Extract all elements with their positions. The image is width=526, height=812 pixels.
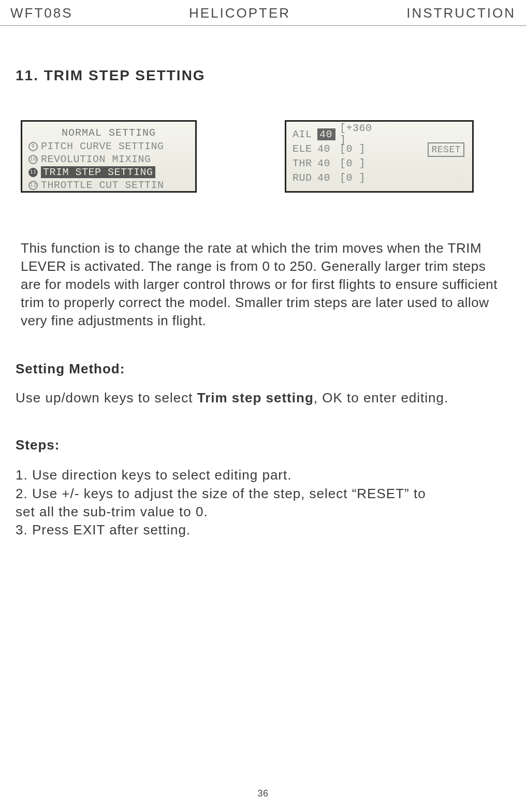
- setting-method-text: Use up/down keys to select Trim step set…: [16, 390, 510, 406]
- lcd-channel-value: 40: [317, 128, 335, 140]
- lcd-menu-title: NORMAL SETTING: [28, 127, 189, 139]
- lcd-menu-inner: NORMAL SETTING 9PITCH CURVE SETTING10REV…: [22, 122, 195, 191]
- step-line: 1. Use direction keys to select editing …: [16, 466, 510, 484]
- lcd-channel-bracket: [0 ]: [340, 157, 377, 169]
- lcd-menu-number-icon: 11: [28, 168, 38, 177]
- lcd-reset-button: RESET: [428, 142, 464, 157]
- lcd-menu-label: THROTTLE CUT SETTIN: [41, 179, 164, 191]
- steps-list: 1. Use direction keys to select editing …: [16, 466, 510, 539]
- lcd-channel-bracket: [0 ]: [340, 143, 377, 155]
- step-line: 2. Use +/- keys to adjust the size of th…: [16, 485, 510, 503]
- lcd-menu-item: 12THROTTLE CUT SETTIN: [28, 179, 189, 192]
- header-left: WFT08S: [10, 5, 73, 21]
- lcd-channel-value: 40: [317, 143, 335, 155]
- header-center: HELICOPTER: [189, 5, 290, 21]
- lcd-channel-label: THR: [293, 157, 313, 169]
- section-title: 11. TRIM STEP SETTING: [16, 67, 510, 84]
- lcd-screenshots-row: NORMAL SETTING 9PITCH CURVE SETTING10REV…: [21, 120, 510, 193]
- lcd-value-row: RUD40[0 ]: [293, 170, 466, 185]
- description-paragraph: This function is to change the rate at w…: [16, 239, 510, 330]
- lcd-menu-label: REVOLUTION MIXING: [41, 153, 151, 165]
- lcd-channel-label: AIL: [293, 128, 313, 140]
- setting-method-heading: Setting Method:: [16, 361, 510, 377]
- lcd-value-row: AIL40[+360 ]: [293, 127, 466, 141]
- lcd-menu-item: 11TRIM STEP SETTING: [28, 166, 189, 179]
- lcd-menu-number-icon: 9: [28, 142, 38, 151]
- lcd-menu-number-icon: 12: [28, 181, 38, 190]
- lcd-menu-label: PITCH CURVE SETTING: [41, 140, 164, 152]
- lcd-menu-item: 9PITCH CURVE SETTING: [28, 140, 189, 153]
- setting-method-after: , OK to enter editing.: [314, 390, 448, 405]
- lcd-value-row: THR40[0 ]: [293, 156, 466, 170]
- lcd-channel-label: RUD: [293, 172, 313, 184]
- content-area: 11. TRIM STEP SETTING NORMAL SETTING 9PI…: [0, 67, 526, 539]
- header-right: INSTRUCTION: [406, 5, 516, 21]
- lcd-values-screenshot: AIL40[+360 ]ELE40[0 ]THR40[0 ]RUD40[0 ] …: [285, 120, 474, 193]
- lcd-menu-item: 10REVOLUTION MIXING: [28, 153, 189, 166]
- setting-method-bold: Trim step setting: [197, 390, 314, 405]
- setting-method-before: Use up/down keys to select: [16, 390, 197, 405]
- step-line: set all the sub-trim value to 0.: [16, 503, 510, 521]
- lcd-menu-screenshot: NORMAL SETTING 9PITCH CURVE SETTING10REV…: [21, 120, 197, 193]
- lcd-channel-value: 40: [317, 157, 335, 169]
- lcd-menu-label: TRIM STEP SETTING: [41, 166, 155, 178]
- page-header: WFT08S HELICOPTER INSTRUCTION: [0, 0, 526, 26]
- step-line: 3. Press EXIT after setting.: [16, 521, 510, 539]
- lcd-channel-bracket: [0 ]: [340, 172, 377, 184]
- lcd-channel-label: ELE: [293, 143, 313, 155]
- lcd-values-inner: AIL40[+360 ]ELE40[0 ]THR40[0 ]RUD40[0 ] …: [286, 122, 472, 191]
- lcd-channel-value: 40: [317, 172, 335, 184]
- steps-heading: Steps:: [16, 437, 510, 453]
- page-number: 36: [257, 788, 268, 799]
- lcd-menu-number-icon: 10: [28, 155, 38, 164]
